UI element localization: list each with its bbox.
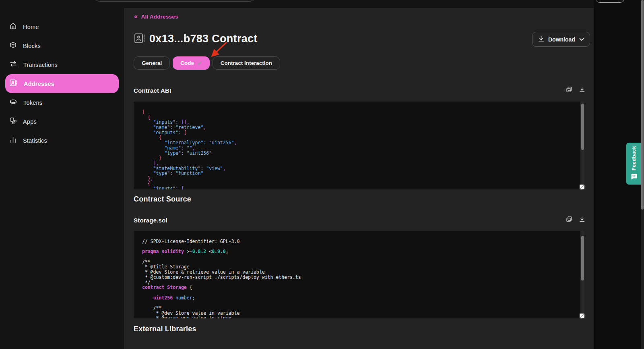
download-icon[interactable] (579, 216, 585, 224)
double-chevron-left-icon: « (134, 13, 138, 20)
tab-code[interactable]: Code ✓ (173, 56, 209, 70)
sidebar-item-label: Home (23, 24, 39, 30)
breadcrumb[interactable]: « All Addresses (134, 13, 178, 20)
page-scrollbar-thumb[interactable] (641, 0, 644, 210)
sidebar-item-addresses[interactable]: Addresses (5, 74, 119, 93)
copy-icon[interactable] (566, 87, 572, 94)
sidebar-item-blocks[interactable]: Blocks (5, 36, 119, 55)
sidebar-item-home[interactable]: Home (5, 17, 119, 36)
file-section-header: Storage.sol (134, 216, 585, 224)
home-icon (10, 23, 17, 31)
contract-source-heading: Contract Source (134, 195, 191, 204)
main-panel: « All Addresses 0x13...b783 Contract Dow… (124, 8, 594, 349)
download-icon[interactable] (579, 87, 585, 94)
sidebar-item-apps[interactable]: Apps (5, 112, 119, 131)
copy-icon[interactable] (566, 216, 572, 224)
page-title: 0x13...b783 Contract (149, 33, 258, 45)
abi-resize-grip[interactable] (580, 185, 584, 189)
abi-section-title: Contract ABI (134, 87, 171, 94)
tab-contract-interaction[interactable]: Contract Interaction (213, 56, 280, 70)
sidebar-item-label: Blocks (23, 43, 41, 49)
sidebar-item-label: Tokens (23, 100, 42, 106)
download-label: Download (548, 36, 575, 43)
title-row: 0x13...b783 Contract (134, 33, 258, 45)
sidebar-item-label: Statistics (23, 137, 47, 144)
abi-section-header: Contract ABI (134, 87, 585, 94)
search-input[interactable] (92, 0, 258, 2)
breadcrumb-label: All Addresses (141, 14, 178, 20)
sidebar-item-statistics[interactable]: Statistics (5, 131, 119, 150)
feedback-button[interactable]: Feedback (626, 143, 642, 185)
source-code: // SPDX-License-Identifier: GPL-3.0 prag… (134, 231, 584, 318)
abi-scrollbar[interactable] (580, 102, 584, 189)
page-scrollbar[interactable] (641, 0, 644, 349)
external-libraries-heading: External Libraries (134, 325, 196, 333)
abi-code: [ { "inputs": [], "name": "retrieve", "o… (134, 102, 584, 189)
cube-icon (10, 42, 17, 50)
abi-code-block[interactable]: [ { "inputs": [], "name": "retrieve", "o… (134, 102, 584, 189)
sidebar-item-label: Apps (23, 118, 37, 125)
topright-button[interactable] (595, 0, 625, 3)
check-icon: ✓ (197, 60, 202, 66)
file-section-title: Storage.sol (134, 217, 167, 224)
apps-grid-icon (10, 117, 17, 126)
coin-icon (10, 99, 17, 106)
source-scrollbar-thumb[interactable] (581, 236, 584, 280)
tab-label: General (142, 60, 162, 66)
bar-chart-icon (10, 137, 17, 145)
source-resize-grip[interactable] (580, 314, 584, 318)
source-scrollbar[interactable] (580, 231, 584, 318)
feedback-label: Feedback (631, 146, 637, 170)
tab-label: Contract Interaction (221, 60, 272, 66)
contact-card-icon (10, 79, 17, 88)
feedback-chat-icon (631, 173, 637, 181)
sidebar-item-tokens[interactable]: Tokens (5, 93, 119, 112)
download-button[interactable]: Download (532, 32, 590, 47)
tabs: General Code ✓ Contract Interaction (134, 56, 280, 70)
tab-general[interactable]: General (134, 56, 170, 70)
abi-scrollbar-thumb[interactable] (581, 104, 584, 150)
sidebar-item-label: Addresses (24, 81, 54, 87)
contact-card-icon (134, 33, 145, 45)
tab-label: Code (180, 60, 194, 66)
swap-arrows-icon (10, 61, 17, 69)
sidebar-item-transactions[interactable]: Transactions (5, 55, 119, 74)
download-icon (538, 36, 544, 43)
sidebar: Home Blocks Transactions Addresses Token… (0, 17, 124, 150)
sidebar-item-label: Transactions (23, 62, 58, 68)
source-code-block[interactable]: // SPDX-License-Identifier: GPL-3.0 prag… (134, 231, 584, 318)
chevron-down-icon (579, 36, 584, 42)
